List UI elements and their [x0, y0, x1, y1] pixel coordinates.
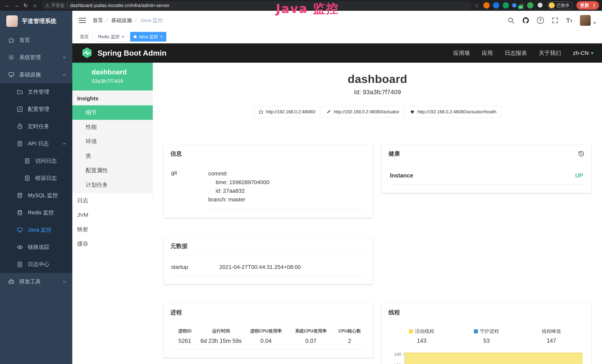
legend-swatch: [474, 329, 478, 333]
extension-icon-6[interactable]: [527, 2, 533, 9]
sidebar-item-mysql[interactable]: MySQL 监控: [0, 187, 72, 204]
sba-brand[interactable]: Spring Boot Admin: [81, 47, 166, 59]
user-avatar[interactable]: [580, 15, 591, 26]
legend-label[interactable]: 守护进程: [480, 328, 499, 334]
extension-icon-4[interactable]: [512, 3, 516, 7]
edit-icon: [17, 106, 23, 112]
sidebar-item-config[interactable]: 配置管理: [0, 100, 72, 118]
info-line: branch: master: [208, 195, 366, 204]
sidebar-item-redis[interactable]: Redis 监控: [0, 204, 72, 221]
health-card-header: 健康: [382, 145, 591, 163]
process-table-values: 5261 6d 23h 15m 59s 0.04 0.07 2: [171, 338, 366, 349]
sba-item-environment[interactable]: 环境: [72, 134, 153, 149]
health-url-link[interactable]: http://192.168.0.2:48080/actuator/health: [405, 106, 501, 118]
browser-update-button[interactable]: 更新 ⋮: [576, 1, 599, 10]
fullscreen-icon[interactable]: [551, 17, 559, 24]
document-icon: [24, 158, 30, 164]
sidebar-item-api-log[interactable]: API 日志: [0, 135, 72, 152]
breadcrumb-item[interactable]: 基础设施: [111, 17, 132, 24]
sba-item-jvm[interactable]: JVM: [72, 208, 153, 222]
extension-icon-3[interactable]: [503, 2, 509, 9]
sba-nav-about[interactable]: 关于我们: [539, 49, 561, 57]
sidebar-item-java-monitor[interactable]: Java 监控: [0, 221, 72, 238]
profile-paused-badge[interactable]: 已暂停: [548, 1, 573, 9]
legend-label[interactable]: 活动线程: [415, 328, 434, 334]
caret-down-icon: ▾: [591, 50, 593, 56]
card-title: 元数据: [170, 242, 188, 250]
sba-item-details[interactable]: 细节: [72, 105, 153, 120]
browser-back-button[interactable]: ←: [3, 1, 11, 10]
close-icon[interactable]: ×: [160, 34, 163, 39]
wrench-icon: [326, 109, 331, 114]
history-icon[interactable]: [578, 150, 585, 157]
sba-item-mappings[interactable]: 映射: [72, 222, 153, 237]
sidebar-collapse-icon[interactable]: [79, 18, 86, 23]
tab-home[interactable]: 首页: [76, 32, 92, 42]
sba-brand-title: Spring Boot Admin: [97, 49, 166, 57]
sba-item-classes[interactable]: 类: [72, 149, 153, 163]
browser-forward-button[interactable]: →: [12, 1, 20, 10]
y-axis-tick: 120: [394, 363, 404, 364]
extensions-puzzle-icon[interactable]: [537, 2, 543, 9]
sidebar-item-devtools[interactable]: 研发工具: [0, 273, 72, 290]
sidebar-item-error-log[interactable]: 错误日志: [0, 170, 72, 187]
app-logo[interactable]: 芋道管理系统: [0, 11, 72, 32]
actuator-url-link[interactable]: http://192.168.0.2:48080/actuator: [322, 106, 404, 118]
legend-swatch: [409, 329, 413, 333]
close-icon[interactable]: ×: [122, 34, 124, 39]
sba-nav-journal[interactable]: 日志报表: [505, 49, 527, 57]
process-col-header: 进程CPU使用率: [243, 328, 288, 334]
sba-nav-wallboard[interactable]: 应用墙: [453, 49, 470, 57]
bookmark-star-icon[interactable]: ☆: [474, 2, 479, 9]
threads-card: 线程 活动线程 143: [382, 303, 591, 364]
sidebar-item-home[interactable]: 首页: [0, 32, 72, 49]
sidebar-item-jobs[interactable]: 定时任务: [0, 118, 72, 135]
sba-item-metrics[interactable]: 性能: [72, 120, 153, 134]
sidebar-item-log-center[interactable]: 日志中心: [0, 256, 72, 273]
breadcrumb: 首页 / 基础设施 / Java 监控: [93, 17, 163, 24]
app-body: 芋道管理系统 首页 系统管理 基础设施: [0, 11, 602, 364]
threads-card-body: 活动线程 143 守护进程: [382, 322, 591, 364]
font-size-icon[interactable]: TT: [566, 17, 572, 23]
tab-redis-monitor[interactable]: Redis 监控 ×: [95, 32, 128, 42]
sidebar-item-access-log[interactable]: 访问日志: [0, 152, 72, 170]
legend-value: 53: [454, 337, 519, 344]
extension-icon-5[interactable]: on: [520, 3, 524, 7]
tab-java-monitor[interactable]: Java 监控 ×: [130, 32, 166, 42]
sidebar-item-infra[interactable]: 基础设施: [0, 66, 72, 83]
document-icon: [17, 140, 23, 147]
extension-icon-1[interactable]: [483, 2, 490, 9]
browser-refresh-button[interactable]: ↻: [22, 1, 30, 10]
sidebar-item-tracing[interactable]: 链路追踪: [0, 238, 72, 256]
threads-card-header: 线程: [382, 303, 591, 322]
insights-label: Insights: [72, 90, 153, 105]
address-bar[interactable]: ⚠ 不安全 dashboard.yudao.iocoder.cn/infra/a…: [42, 1, 471, 10]
sba-item-label: 计划任务: [86, 181, 108, 189]
sidebar-item-label: 日志中心: [28, 261, 49, 268]
metadata-key: startup: [171, 264, 219, 270]
browser-menu-icon[interactable]: ⋮: [591, 3, 598, 8]
sba-item-label: JVM: [77, 212, 88, 218]
infra-submenu: 文件管理 配置管理 定时任务 API 日志: [0, 83, 72, 273]
service-url-link[interactable]: http://192.168.0.2:48080/: [254, 106, 320, 118]
instance-name: dashboard: [92, 68, 148, 76]
info-card: 信息 git commit: time: 1596289704000 id: 2…: [164, 145, 373, 218]
search-icon[interactable]: [507, 17, 515, 24]
help-icon[interactable]: ?: [537, 17, 544, 24]
heart-icon: [410, 109, 415, 114]
github-icon[interactable]: [522, 17, 529, 24]
instance-header[interactable]: dashboard 93a3fc7f7409: [72, 63, 153, 90]
sba-item-caches[interactable]: 缓存: [72, 237, 153, 251]
locale-selector[interactable]: zh-CN ▾: [573, 50, 593, 56]
link-label: http://192.168.0.2:48080/actuator/health: [417, 109, 496, 114]
sba-item-scheduled-tasks[interactable]: 计划任务: [72, 178, 153, 192]
sba-nav-applications[interactable]: 应用: [482, 49, 493, 57]
extension-icon-2[interactable]: [493, 2, 499, 9]
sba-item-logs[interactable]: 日志: [72, 193, 153, 208]
breadcrumb-item[interactable]: 首页: [93, 17, 103, 24]
sidebar-item-system[interactable]: 系统管理: [0, 49, 72, 66]
browser-home-button[interactable]: ⌂: [31, 1, 39, 10]
sba-item-configprops[interactable]: 配置属性: [72, 163, 153, 178]
health-row[interactable]: Instance UP: [389, 169, 584, 185]
sidebar-item-files[interactable]: 文件管理: [0, 83, 72, 100]
